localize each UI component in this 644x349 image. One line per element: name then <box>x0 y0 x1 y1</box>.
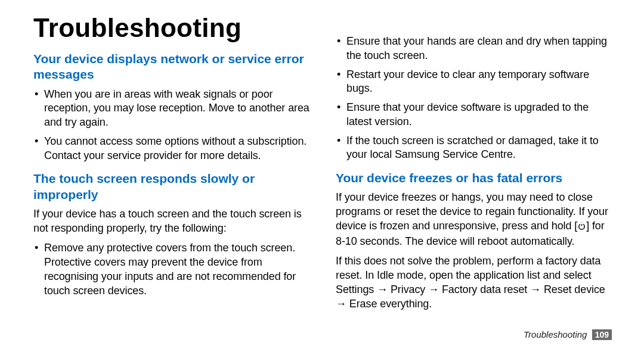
text-fragment: If your device freezes or hangs, you may… <box>336 191 608 232</box>
section-heading-network-error: Your device displays network or service … <box>33 51 312 83</box>
bullet-list-touch-left: Remove any protective covers from the to… <box>33 241 312 298</box>
footer-section-label: Troubleshooting <box>524 329 587 339</box>
right-column: Ensure that your hands are clean and dry… <box>336 13 614 317</box>
list-item: You cannot access some options without a… <box>33 135 312 163</box>
power-icon <box>577 220 586 235</box>
list-item: If the touch screen is scratched or dama… <box>336 134 614 163</box>
left-column: Troubleshooting Your device displays net… <box>33 13 312 317</box>
section-heading-touch-screen: The touch screen responds slowly or impr… <box>33 171 312 202</box>
list-item: When you are in areas with weak signals … <box>33 88 312 130</box>
page-footer: Troubleshooting 109 <box>524 329 612 339</box>
section-heading-freezes: Your device freezes or has fatal errors <box>336 170 614 186</box>
paragraph-freeze-2: If this does not solve the problem, perf… <box>336 254 614 311</box>
svg-rect-2 <box>580 223 584 225</box>
paragraph-freeze-1: If your device freezes or hangs, you may… <box>336 191 614 248</box>
bullet-list-touch-right: Ensure that your hands are clean and dry… <box>336 35 614 162</box>
list-item: Remove any protective covers from the to… <box>33 241 312 298</box>
bullet-list-network-error: When you are in areas with weak signals … <box>33 88 312 163</box>
columns: Troubleshooting Your device displays net… <box>33 13 614 317</box>
page-number: 109 <box>592 329 612 340</box>
list-item: Restart your device to clear any tempora… <box>336 68 614 96</box>
page-title: Troubleshooting <box>33 13 312 43</box>
list-item: Ensure that your hands are clean and dry… <box>336 35 614 63</box>
paragraph-touch-intro: If your device has a touch screen and th… <box>33 207 312 236</box>
page: Troubleshooting Your device displays net… <box>0 0 644 349</box>
list-item: Ensure that your device software is upgr… <box>336 101 614 129</box>
